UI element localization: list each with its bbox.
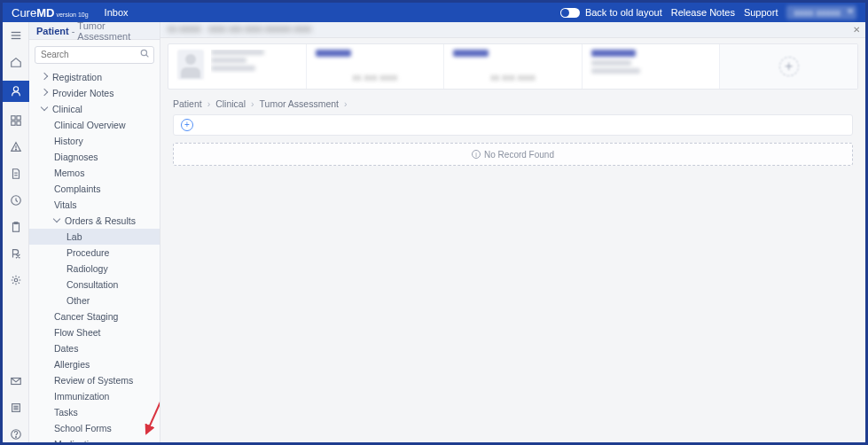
- summary-card-2[interactable]: xx xxx xxxx: [307, 44, 445, 89]
- chevron-right-icon: [41, 89, 48, 96]
- svg-point-3: [13, 87, 18, 91]
- patient-banner: xx xxxxx xxxx xxx xxxx xxxxxx xxxx ✕: [160, 22, 865, 38]
- back-layout-label: Back to old layout: [585, 7, 662, 18]
- svg-rect-5: [16, 116, 20, 120]
- support-link[interactable]: Support: [744, 7, 778, 18]
- nav-registration[interactable]: Registration: [29, 69, 160, 85]
- info-icon: i: [472, 150, 481, 159]
- gear-icon[interactable]: [8, 272, 24, 288]
- nav-school-forms[interactable]: School Forms: [29, 420, 160, 436]
- plus-circle-icon: +: [779, 57, 799, 76]
- clipboard-icon[interactable]: [8, 219, 24, 235]
- nav-procedure[interactable]: Procedure: [29, 245, 160, 261]
- svg-point-15: [14, 278, 18, 282]
- crumb-tumor-assessment: Tumor Assessment: [260, 98, 339, 109]
- nav-provider-notes[interactable]: Provider Notes: [29, 85, 160, 101]
- close-icon[interactable]: ✕: [853, 25, 860, 35]
- brand-logo: CureMDversion 10g: [12, 6, 89, 20]
- document-icon[interactable]: [8, 166, 24, 182]
- topbar-right: Back to old layout Release Notes Support…: [560, 5, 856, 20]
- patient-summary-cards: xx xxx xxxx xx xxx xxxx +: [168, 43, 858, 90]
- back-layout-toggle[interactable]: Back to old layout: [560, 7, 662, 18]
- nav-consultation[interactable]: Consultation: [29, 277, 160, 293]
- help-icon[interactable]: [8, 426, 24, 442]
- summary-card-3[interactable]: xx xxx xxxx: [444, 44, 583, 89]
- left-panel: Patient - Tumor Assessment Registration …: [29, 22, 160, 442]
- nav-history[interactable]: History: [29, 133, 160, 149]
- summary-card-add[interactable]: +: [720, 44, 857, 89]
- search-wrap: [29, 40, 160, 69]
- toggle-switch-icon: [560, 8, 580, 18]
- avatar-icon: [177, 50, 204, 80]
- nav-radiology[interactable]: Radiology: [29, 261, 160, 277]
- breadcrumb: Patient › Clinical › Tumor Assessment ›: [160, 90, 865, 114]
- crumb-patient[interactable]: Patient: [173, 98, 202, 109]
- svg-point-9: [15, 149, 16, 150]
- page-title: Patient: [36, 26, 69, 36]
- icon-rail: [3, 22, 29, 442]
- patient-icon[interactable]: [3, 81, 29, 102]
- chevron-right-icon: [41, 73, 48, 80]
- page-subtitle: Tumor Assessment: [77, 22, 152, 42]
- nav-vitals[interactable]: Vitals: [29, 197, 160, 213]
- nav-medications[interactable]: Medications: [29, 436, 160, 443]
- svg-rect-4: [11, 116, 14, 120]
- search-input[interactable]: [35, 46, 154, 64]
- panel-header: Patient - Tumor Assessment: [29, 22, 160, 40]
- nav-clinical[interactable]: Clinical: [29, 101, 160, 117]
- svg-rect-7: [16, 121, 20, 125]
- nav-complaints[interactable]: Complaints: [29, 181, 160, 197]
- nav-dates[interactable]: Dates: [29, 340, 160, 356]
- chevron-right-icon: ›: [207, 98, 211, 109]
- nav-lab[interactable]: Lab: [29, 229, 160, 245]
- nav-other[interactable]: Other: [29, 293, 160, 308]
- list-icon[interactable]: [8, 400, 24, 416]
- chevron-right-icon: ›: [344, 98, 348, 109]
- menu-icon[interactable]: [8, 27, 24, 43]
- nav-memos[interactable]: Memos: [29, 165, 160, 181]
- nav-allergies[interactable]: Allergies: [29, 356, 160, 372]
- grid-icon[interactable]: [8, 113, 24, 129]
- content-area: xx xxxxx xxxx xxx xxxx xxxxxx xxxx ✕ xx …: [160, 22, 865, 442]
- brand-md: MD: [36, 6, 54, 20]
- svg-point-23: [141, 50, 146, 55]
- add-button[interactable]: +: [181, 119, 193, 131]
- no-record-box: i No Record Found: [173, 143, 853, 166]
- clock-icon[interactable]: [8, 192, 24, 208]
- summary-card-4[interactable]: [583, 44, 721, 89]
- mail-icon[interactable]: [8, 373, 24, 389]
- user-menu[interactable]: xxxx xxxxx: [786, 5, 856, 20]
- nav-clinical-overview[interactable]: Clinical Overview: [29, 117, 160, 133]
- crumb-clinical[interactable]: Clinical: [215, 98, 246, 109]
- no-record-label: No Record Found: [484, 150, 554, 160]
- home-icon[interactable]: [8, 54, 24, 70]
- svg-line-24: [146, 55, 149, 58]
- nav-cancer-staging[interactable]: Cancer Staging: [29, 308, 160, 324]
- top-bar: CureMDversion 10g Inbox Back to old layo…: [3, 3, 865, 22]
- nav-orders-results[interactable]: Orders & Results: [29, 213, 160, 229]
- nav-tree: Registration Provider Notes Clinical Cli…: [29, 69, 160, 443]
- summary-card-demographics[interactable]: [168, 44, 307, 89]
- chevron-down-icon: [848, 10, 853, 13]
- nav-diagnoses[interactable]: Diagnoses: [29, 149, 160, 165]
- chevron-down-icon: [53, 215, 60, 222]
- release-notes-link[interactable]: Release Notes: [671, 7, 735, 18]
- nav-flow-sheet[interactable]: Flow Sheet: [29, 324, 160, 340]
- brand-cure: Cure: [12, 6, 36, 20]
- warning-icon[interactable]: [8, 139, 24, 155]
- chevron-right-icon: ›: [251, 98, 254, 109]
- svg-point-22: [15, 437, 16, 438]
- brand-version: version 10g: [56, 12, 88, 18]
- svg-rect-13: [12, 223, 19, 232]
- search-icon: [140, 49, 149, 59]
- inbox-link[interactable]: Inbox: [105, 7, 129, 18]
- action-bar: +: [173, 114, 853, 136]
- rx-icon[interactable]: [8, 246, 24, 262]
- chevron-down-icon: [41, 104, 48, 111]
- nav-review-systems[interactable]: Review of Systems: [29, 372, 160, 388]
- nav-immunization[interactable]: Immunization: [29, 388, 160, 404]
- nav-tasks[interactable]: Tasks: [29, 404, 160, 420]
- svg-rect-6: [11, 121, 14, 125]
